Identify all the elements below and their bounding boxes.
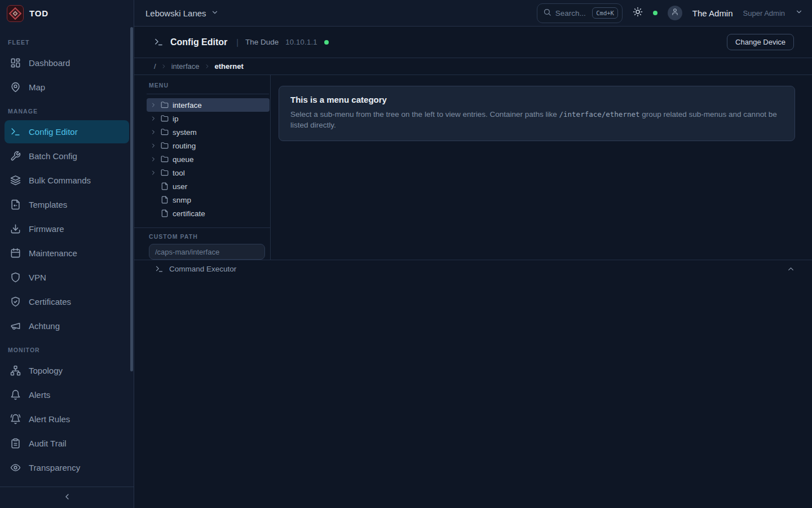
- menu-tree: interfaceipsystemroutingqueuetoolusersnm…: [134, 94, 270, 227]
- breadcrumb-item-interface[interactable]: interface: [171, 62, 200, 71]
- sidebar-section-label: MONITOR: [5, 339, 129, 358]
- tod-logo-icon: [7, 5, 24, 22]
- layers-icon: [10, 175, 21, 186]
- sidebar-item-audit-trail[interactable]: Audit Trail: [5, 432, 129, 455]
- menu-panel-heading: MENU: [147, 75, 269, 94]
- main-content: Config Editor | The Dude 10.10.1.1 Chang…: [134, 27, 812, 508]
- sidebar-item-config-editor[interactable]: Config Editor: [5, 120, 129, 143]
- user-icon: [671, 8, 679, 18]
- custom-path-label: CUSTOM PATH: [149, 233, 265, 240]
- terminal-icon: [155, 265, 164, 273]
- sidebar-item-label: Maintenance: [29, 248, 77, 258]
- sidebar-item-transparency[interactable]: Transparency: [5, 456, 129, 479]
- megaphone-icon: [10, 321, 21, 331]
- terminal-icon: [10, 126, 21, 137]
- tree-item-ip[interactable]: ip: [147, 112, 270, 125]
- command-executor-toggle[interactable]: Command Executor: [134, 260, 812, 278]
- logo-row: TOD: [0, 0, 134, 27]
- avatar[interactable]: [668, 6, 682, 20]
- terminal-icon: [154, 37, 164, 47]
- card-code-path: /interface/ethernet: [559, 110, 640, 119]
- tree-item-label: system: [173, 128, 197, 137]
- theme-toggle-button[interactable]: [633, 7, 643, 19]
- org-selector[interactable]: Lebowski Lanes: [145, 8, 219, 18]
- shield-icon: [10, 272, 21, 283]
- file-icon: [161, 182, 169, 190]
- chevron-right-icon: [150, 142, 157, 149]
- sidebar-item-label: Firmware: [29, 224, 64, 234]
- sun-icon: [633, 7, 643, 19]
- chevron-left-icon: [63, 492, 72, 503]
- sidebar-item-dashboard[interactable]: Dashboard: [5, 51, 129, 75]
- eye-icon: [10, 462, 21, 473]
- custom-path-input[interactable]: [149, 244, 265, 260]
- tree-item-queue[interactable]: queue: [147, 152, 270, 166]
- tree-item-label: tool: [173, 169, 185, 177]
- tree-item-interface[interactable]: interface: [147, 98, 270, 112]
- brand-name: TOD: [29, 8, 48, 18]
- custom-path-section: CUSTOM PATH: [134, 227, 270, 260]
- bell-icon: [10, 389, 21, 400]
- sidebar-item-templates[interactable]: Templates: [5, 193, 129, 216]
- search-shortcut-badge: Cmd+K: [592, 7, 618, 19]
- content-pane: This is a menu category Select a sub-men…: [271, 75, 812, 260]
- sidebar-scrollbar[interactable]: [130, 27, 133, 371]
- sidebar-item-label: Templates: [29, 200, 67, 209]
- user-menu-chevron[interactable]: [795, 8, 803, 18]
- sidebar-item-label: Audit Trail: [29, 439, 67, 448]
- tree-item-system[interactable]: system: [147, 125, 270, 139]
- tree-item-tool[interactable]: tool: [147, 166, 270, 179]
- clipboard-list-icon: [10, 438, 21, 449]
- sidebar-item-achtung[interactable]: Achtung: [5, 314, 129, 338]
- content-row: MENU interfaceipsystemroutingqueuetoolus…: [134, 75, 812, 260]
- search-input[interactable]: [555, 9, 588, 17]
- command-executor-label: Command Executor: [169, 265, 236, 273]
- sidebar-item-maintenance[interactable]: Maintenance: [5, 242, 129, 265]
- tree-item-snmp[interactable]: snmp: [147, 193, 270, 207]
- sidebar: TOD FLEETDashboardMapMANAGEConfig Editor…: [0, 0, 134, 508]
- file-icon: [161, 209, 169, 217]
- sidebar-item-certificates[interactable]: Certificates: [5, 290, 129, 313]
- card-title: This is a menu category: [290, 95, 783, 104]
- sidebar-collapse-button[interactable]: [0, 487, 134, 508]
- tree-item-user[interactable]: user: [147, 179, 270, 193]
- card-text-before: Select a sub-menu from the tree on the l…: [290, 110, 559, 119]
- folder-icon: [161, 155, 169, 163]
- user-name: The Admin: [692, 8, 733, 18]
- chevron-right-icon: [204, 63, 210, 69]
- sidebar-item-alert-rules[interactable]: Alert Rules: [5, 408, 129, 431]
- sidebar-item-label: VPN: [29, 273, 46, 282]
- page-title: Config Editor: [170, 37, 227, 47]
- topbar: Lebowski Lanes Cmd+K The Admin Super Adm…: [134, 0, 812, 27]
- sidebar-item-topology[interactable]: Topology: [5, 359, 129, 382]
- map-pin-icon: [10, 82, 21, 93]
- breadcrumb-item--[interactable]: /: [154, 62, 156, 71]
- sidebar-section-label: MANAGE: [5, 100, 129, 119]
- sidebar-item-firmware[interactable]: Firmware: [5, 217, 129, 240]
- device-ip: 10.10.1.1: [285, 38, 317, 46]
- device-name: The Dude: [245, 38, 279, 46]
- chevron-down-icon: [795, 8, 803, 18]
- shield-check-icon: [10, 296, 21, 307]
- change-device-button[interactable]: Change Device: [727, 34, 794, 50]
- tree-item-certificate[interactable]: certificate: [147, 207, 270, 220]
- sidebar-item-alerts[interactable]: Alerts: [5, 383, 129, 406]
- file-icon: [161, 196, 169, 204]
- topbar-right: Cmd+K The Admin Super Admin: [537, 3, 803, 23]
- chevron-right-icon: [150, 115, 157, 122]
- sidebar-nav: FLEETDashboardMapMANAGEConfig EditorBatc…: [0, 27, 134, 479]
- org-selector-label: Lebowski Lanes: [145, 8, 206, 18]
- search-box[interactable]: Cmd+K: [537, 3, 623, 23]
- sidebar-item-map[interactable]: Map: [5, 76, 129, 99]
- sidebar-item-batch-config[interactable]: Batch Config: [5, 144, 129, 168]
- tree-item-routing[interactable]: routing: [147, 139, 270, 152]
- sidebar-item-vpn[interactable]: VPN: [5, 266, 129, 289]
- chevron-up-icon: [787, 265, 795, 273]
- chevron-right-icon: [150, 129, 157, 135]
- dashboard-icon: [10, 58, 21, 68]
- sidebar-item-bulk-commands[interactable]: Bulk Commands: [5, 169, 129, 192]
- tree-item-label: interface: [173, 101, 202, 110]
- sidebar-item-label: Map: [29, 82, 45, 92]
- sidebar-item-label: Achtung: [29, 321, 60, 331]
- network-icon: [10, 365, 21, 376]
